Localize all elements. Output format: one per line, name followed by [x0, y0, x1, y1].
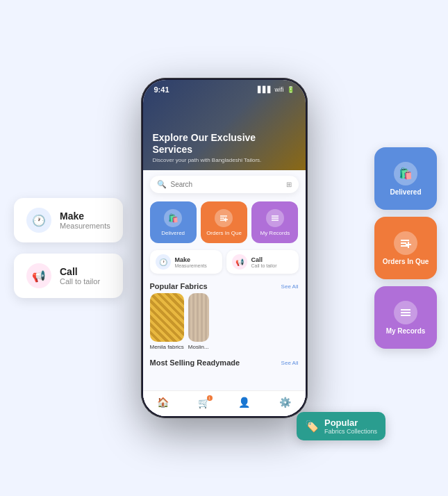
most-selling-header: Most Selling Readymade See All: [143, 354, 306, 370]
see-all-selling[interactable]: See All: [281, 360, 299, 366]
orders-float-icon: [394, 231, 417, 255]
fabric-row: Menila fabrics Moslin...: [143, 293, 306, 350]
make-measurements-float[interactable]: 🕐 Make Measurements: [14, 198, 123, 242]
signal-icon: ▋▋▋: [258, 86, 272, 93]
hero-text: Explore Our Exclusive Services Discover …: [153, 132, 296, 163]
battery-icon: 🔋: [287, 86, 294, 93]
cart-badge: 1: [207, 395, 213, 401]
clock-mini-icon: 🕐: [156, 254, 171, 270]
records-float-label: My Records: [386, 327, 426, 335]
hero-subheading: Discover your path with Bangladeshi Tail…: [153, 157, 296, 163]
float-left-cards: 🕐 Make Measurements 📢 Call Call to tailo…: [14, 198, 123, 298]
fabric-card-menila[interactable]: Menila fabrics: [150, 293, 184, 350]
nav-home[interactable]: 🏠: [157, 397, 169, 409]
status-bar: 9:41 ▋▋▋ wifi 🔋: [143, 80, 306, 97]
fabric-label-menila: Menila fabrics: [150, 342, 184, 350]
float-call-title: Call: [60, 266, 100, 277]
delivered-float-icon: 🛍️: [394, 162, 417, 185]
filter-icon[interactable]: ⊞: [286, 181, 292, 188]
profile-icon: 👤: [238, 397, 250, 408]
search-input[interactable]: [171, 181, 286, 188]
popular-tag-subtitle: Fabrics Collections: [324, 428, 377, 435]
hero-section: 9:41 ▋▋▋ wifi 🔋 Explore Our Exclusive Se…: [143, 80, 306, 170]
call-tailor-mini[interactable]: 📢 Call Call to tailor: [226, 250, 299, 274]
delivered-icon: 🛍️: [164, 209, 182, 227]
call-title: Call: [251, 256, 277, 263]
phone-screen: 9:41 ▋▋▋ wifi 🔋 Explore Our Exclusive Se…: [143, 80, 306, 416]
float-make-subtitle: Measurements: [60, 222, 110, 230]
nav-profile[interactable]: 👤: [238, 397, 250, 409]
delivered-float-card[interactable]: 🛍️ Delivered: [374, 147, 437, 210]
popular-fabrics-title: Popular Fabrics: [150, 282, 208, 290]
phone: 9:41 ▋▋▋ wifi 🔋 Explore Our Exclusive Se…: [141, 78, 308, 418]
mini-actions: 🕐 Make Measurements 📢 Call Call to tailo…: [143, 246, 306, 278]
records-float-icon: [394, 301, 417, 324]
my-records-button[interactable]: My Records: [251, 201, 298, 243]
fabric-card-moslin[interactable]: Moslin...: [188, 293, 209, 350]
popular-fabrics-header: Popular Fabrics See All: [143, 278, 306, 293]
float-right-cards: 🛍️ Delivered Orders In Que My Records: [374, 147, 437, 349]
make-measurements-mini[interactable]: 🕐 Make Measurements: [150, 250, 222, 274]
megaphone-mini-icon: 📢: [232, 254, 247, 270]
orders-float-label: Orders In Que: [383, 258, 429, 265]
clock-icon: 🕐: [26, 208, 51, 233]
orders-float-card[interactable]: Orders In Que: [374, 217, 437, 279]
float-call-subtitle: Call to tailor: [60, 277, 100, 286]
nav-settings[interactable]: ⚙️: [279, 397, 291, 409]
see-all-fabrics[interactable]: See All: [281, 283, 299, 290]
records-icon: [266, 209, 284, 227]
settings-icon: ⚙️: [279, 397, 291, 408]
call-subtitle: Call to tailor: [251, 263, 277, 268]
orders-in-que-button[interactable]: Orders In Que: [201, 201, 247, 243]
records-float-card[interactable]: My Records: [374, 286, 437, 349]
phone-outer: 9:41 ▋▋▋ wifi 🔋 Explore Our Exclusive Se…: [141, 78, 308, 418]
quick-actions: 🛍️ Delivered: [143, 199, 306, 246]
wifi-icon: wifi: [275, 86, 284, 93]
popular-tag-title: Popular: [324, 418, 377, 428]
bottom-nav: 🏠 🛒 1 👤 ⚙️: [143, 390, 306, 416]
search-icon: 🔍: [157, 180, 167, 189]
home-icon: 🏠: [157, 397, 169, 408]
app-content: 🔍 ⊞ 🛍️ Delivered: [143, 170, 306, 416]
most-selling-title: Most Selling Readymade: [150, 358, 240, 367]
orders-icon: [215, 209, 233, 227]
hero-heading: Explore Our Exclusive Services: [153, 132, 296, 156]
tag-icon: 🏷️: [305, 420, 319, 433]
delivered-label: Delivered: [161, 230, 185, 236]
popular-tag: 🏷️ Popular Fabrics Collections: [297, 412, 385, 440]
fabric-label-moslin: Moslin...: [188, 342, 209, 350]
call-tailor-float[interactable]: 📢 Call Call to tailor: [14, 254, 123, 298]
status-icons: ▋▋▋ wifi 🔋: [258, 86, 294, 93]
make-subtitle: Measurements: [175, 263, 207, 268]
delivered-float-label: Delivered: [390, 188, 421, 196]
make-title: Make: [175, 256, 207, 263]
float-make-title: Make: [60, 210, 110, 222]
delivered-button[interactable]: 🛍️ Delivered: [150, 201, 197, 243]
status-time: 9:41: [154, 85, 169, 94]
orders-label: Orders In Que: [206, 230, 242, 236]
nav-cart[interactable]: 🛒 1: [198, 397, 210, 409]
search-bar[interactable]: 🔍 ⊞: [150, 176, 299, 193]
records-label: My Records: [260, 230, 290, 236]
megaphone-icon: 📢: [26, 263, 51, 288]
